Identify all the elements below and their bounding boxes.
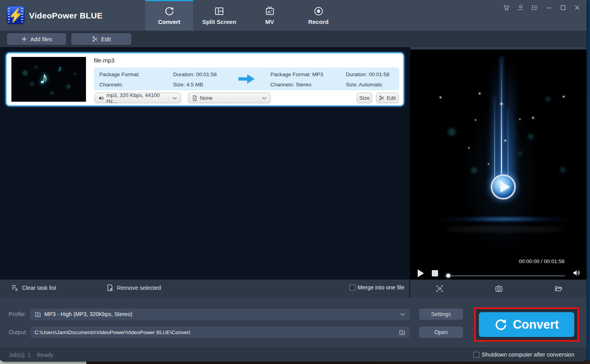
file-thumbnail: ♪ ♪ [11, 57, 86, 102]
maximize-button[interactable] [559, 4, 567, 11]
convert-sync-icon [164, 6, 175, 16]
volume-icon[interactable] [572, 269, 581, 277]
menu-list-icon[interactable] [531, 4, 539, 11]
row-edit-label: Edit [387, 95, 396, 101]
tab-convert[interactable]: Convert [145, 0, 193, 31]
convert-sync-icon [494, 318, 508, 331]
status-bar: Job(s): 1 Ready Shutdown computer after … [0, 348, 586, 362]
profile-folder-icon [35, 311, 41, 318]
output-label: Output: [9, 329, 27, 335]
speaker-icon [98, 95, 104, 101]
remove-selected-button[interactable]: Remove selected [106, 284, 161, 292]
app-window: ⚡ VideoPower BLUE Convert Split Screen M… [0, 0, 586, 362]
output-section: Profile: MP3 - High (MP3, 320Kbps, Stere… [0, 298, 586, 348]
preview-toolbar [410, 280, 586, 298]
app-title: VideoPower BLUE [29, 11, 102, 20]
shutdown-checkbox[interactable] [473, 352, 479, 358]
settings-button[interactable]: Settings [419, 309, 463, 320]
audio-profile-dropdown[interactable]: mp3, 320 Kbps, 44100 Hz... [95, 93, 181, 103]
file-row[interactable]: ♪ ♪ file.mp3 Package Format: Channels: D… [5, 52, 404, 106]
document-icon [192, 95, 198, 101]
plus-icon [21, 36, 27, 42]
chevron-down-icon [172, 95, 177, 101]
size-button[interactable]: Size [357, 93, 372, 103]
source-format-label: Package Format: [99, 71, 140, 77]
merge-checkbox[interactable] [349, 285, 355, 291]
source-channels-label: Channels: [99, 82, 123, 88]
output-path-value: C:\Users\Jam\Documents\VideoPower\VideoP… [35, 329, 396, 335]
mv-tv-icon [265, 6, 275, 16]
add-files-label: Add files [30, 36, 52, 42]
scissors-icon [379, 95, 385, 101]
stop-button[interactable] [432, 270, 438, 276]
scissors-icon [92, 36, 99, 42]
size-button-label: Size [359, 95, 369, 101]
audio-profile-value: mp3, 320 Kbps, 44100 Hz... [106, 92, 170, 104]
target-format: Package Format: MP3 [270, 71, 323, 77]
remove-selected-label: Remove selected [117, 285, 161, 291]
video-preview[interactable] [410, 49, 586, 258]
app-logo-icon: ⚡ [6, 6, 25, 24]
minimize-button[interactable] [545, 4, 553, 11]
fullscreen-icon[interactable] [435, 284, 444, 293]
file-toolbar: Add files Edit [0, 31, 586, 47]
merge-label: Merge into one file [358, 284, 404, 291]
record-icon [313, 6, 324, 16]
profile-label: Profile: [9, 311, 26, 317]
clear-list-icon [11, 284, 19, 292]
open-button[interactable]: Open [419, 327, 463, 338]
target-duration: Duration: 00:01:58 [346, 71, 389, 77]
target-size: Size: Automatic [346, 82, 382, 88]
convert-highlight-annotation: Convert [474, 307, 579, 342]
target-channels: Channels: Stereo [270, 82, 311, 88]
music-note-small-icon: ♪ [58, 64, 62, 73]
playback-time: 00:00:00 / 00:01:58 [519, 258, 564, 264]
seek-knob[interactable] [446, 274, 450, 278]
seek-bar[interactable] [446, 275, 565, 276]
source-duration: Duration: 00:01:58 [173, 71, 217, 77]
convert-button[interactable]: Convert [479, 312, 574, 337]
titlebar-controls [503, 4, 585, 11]
shutdown-after-conversion-option[interactable]: Shutdown computer after conversion [473, 351, 574, 358]
snapshot-camera-icon[interactable] [495, 284, 503, 293]
browse-folder-icon[interactable] [399, 329, 406, 336]
row-edit-button[interactable]: Edit [376, 93, 399, 103]
close-button[interactable] [574, 4, 581, 11]
tab-split-screen-label: Split Screen [202, 18, 236, 25]
clear-task-list-label: Clear task list [22, 285, 56, 291]
jobs-count: Job(s): 1 [9, 352, 31, 358]
output-path-field[interactable]: C:\Users\Jam\Documents\VideoPower\VideoP… [31, 327, 409, 338]
open-folder-icon[interactable] [554, 284, 563, 293]
subtitle-value: None [200, 95, 259, 101]
tab-record-label: Record [308, 18, 329, 25]
subtitle-dropdown[interactable]: None [188, 93, 270, 103]
shutdown-label: Shutdown computer after conversion [482, 351, 574, 358]
edit-button[interactable]: Edit [71, 33, 131, 45]
music-note-icon: ♪ [38, 68, 49, 88]
titlebar: ⚡ VideoPower BLUE Convert Split Screen M… [0, 0, 586, 31]
profile-value: MP3 - High (MP3, 320Kbps, Stereo) [44, 311, 396, 317]
open-label: Open [434, 329, 448, 335]
merge-into-one-file-option[interactable]: Merge into one file [349, 284, 404, 291]
preview-play-logo [491, 174, 516, 199]
tab-convert-label: Convert [158, 18, 181, 25]
clear-task-list-button[interactable]: Clear task list [11, 284, 56, 292]
convert-label: Convert [513, 318, 559, 332]
tab-split-screen[interactable]: Split Screen [193, 0, 245, 31]
tab-record[interactable]: Record [294, 0, 343, 31]
play-button[interactable] [417, 269, 424, 277]
chevron-down-icon [261, 95, 267, 101]
tab-mv[interactable]: MV [245, 0, 294, 31]
source-size: Size: 4.5 MB [173, 82, 203, 88]
preview-panel: 00:00:00 / 00:01:58 [410, 47, 586, 280]
remove-file-icon [106, 284, 114, 292]
file-name: file.mp3 [94, 57, 115, 64]
profile-dropdown[interactable]: MP3 - High (MP3, 320Kbps, Stereo) [31, 309, 409, 320]
add-files-button[interactable]: Add files [7, 33, 66, 45]
cart-icon[interactable] [503, 4, 510, 11]
ready-status: Ready [37, 352, 53, 358]
tab-mv-label: MV [265, 18, 274, 25]
settings-label: Settings [431, 311, 451, 317]
user-account-icon[interactable] [517, 4, 524, 11]
split-screen-icon [214, 6, 225, 16]
